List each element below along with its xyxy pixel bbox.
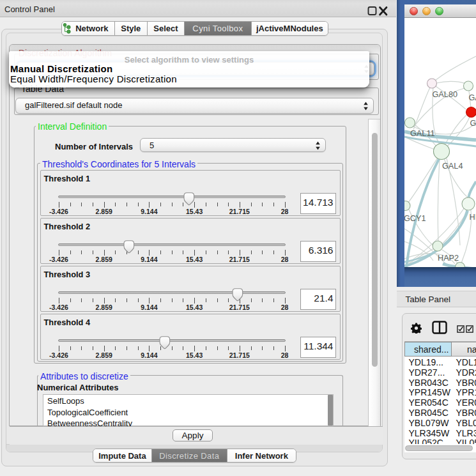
svg-text:HIS4: HIS4 [470,213,476,222]
svg-text:HAP2: HAP2 [438,254,459,263]
svg-text:GCN4: GCN4 [470,119,476,128]
svg-text:GAL4: GAL4 [442,162,463,171]
svg-text:GAL11: GAL11 [410,129,435,138]
svg-text:GCY1: GCY1 [404,214,426,223]
svg-text:GAL2: GAL2 [469,93,476,102]
svg-text:GAL80: GAL80 [433,90,458,99]
